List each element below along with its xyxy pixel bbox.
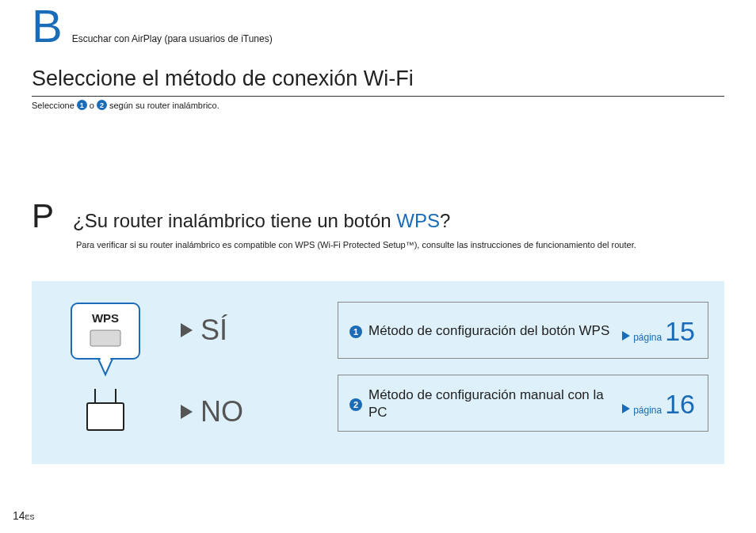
page-link-16[interactable]: página 16 [622, 389, 695, 420]
triangle-right-icon [181, 323, 193, 337]
method-manual: 2 Método de configuración manual con la … [338, 375, 708, 432]
question-text: ¿Su router inalámbrico tiene un botón WP… [73, 210, 450, 232]
choice-no: NO [181, 383, 323, 440]
wps-highlight: WPS [396, 210, 440, 231]
section-subtitle: Escuchar con AirPlay (para usuarios de i… [72, 33, 273, 44]
decision-panel: WPS SÍ NO 1 Mé [32, 281, 724, 464]
instr-mid: o [90, 101, 94, 110]
triangle-right-icon [622, 331, 630, 341]
question-letter: P [32, 197, 54, 235]
page-number: 16 [665, 389, 695, 420]
instr-post: según su router inalámbrico. [109, 101, 220, 110]
selection-instruction: Seleccione 1 o 2 según su router inalámb… [32, 100, 724, 110]
page-title: Seleccione el método de conexión Wi-Fi [32, 67, 724, 97]
circle-num-2-icon: 2 [349, 398, 362, 411]
question-pre: ¿Su router inalámbrico tiene un botón [73, 210, 396, 231]
svg-rect-1 [90, 330, 120, 346]
section-letter: B [32, 3, 63, 49]
circle-num-2-icon: 2 [97, 100, 107, 110]
svg-rect-6 [87, 403, 124, 430]
question-note: Para verificar si su router inalámbrico … [76, 240, 724, 249]
triangle-right-icon [181, 405, 193, 419]
footer-lang: ES [25, 513, 35, 521]
circle-num-1-icon: 1 [349, 326, 362, 338]
footer-page-num: 14 [13, 509, 25, 522]
method-text: Método de configuración manual con la PC [368, 386, 622, 421]
page-label: página [633, 405, 662, 416]
page-label: página [633, 332, 662, 343]
wps-label: WPS [92, 311, 119, 325]
no-label: NO [200, 398, 243, 426]
yes-label: SÍ [200, 316, 227, 345]
instr-pre: Seleccione [32, 101, 74, 110]
triangle-right-icon [622, 404, 630, 413]
question-post: ? [440, 210, 450, 231]
circle-num-1-icon: 1 [77, 100, 87, 110]
page-number: 15 [665, 316, 695, 347]
choice-yes: SÍ [181, 302, 323, 359]
method-wps: 1 Método de configuración del botón WPS … [338, 302, 708, 359]
page-link-15[interactable]: página 15 [622, 316, 695, 347]
method-text: Método de configuración del botón WPS [368, 322, 622, 340]
wps-router-icon: WPS [63, 302, 151, 440]
page-footer: 14ES [13, 509, 35, 522]
